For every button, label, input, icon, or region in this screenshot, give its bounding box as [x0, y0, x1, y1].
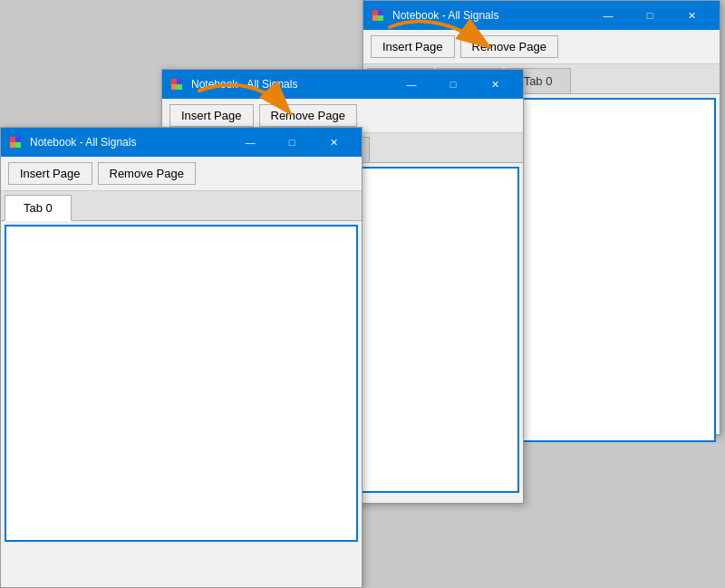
- title-bar-controls-middle: — □ ✕: [391, 70, 516, 99]
- svg-rect-11: [15, 142, 21, 148]
- title-bar-controls-front: — □ ✕: [229, 128, 354, 157]
- svg-rect-8: [10, 137, 15, 142]
- title-bar-front: Notebook - All Signals — □ ✕: [1, 128, 362, 157]
- insert-page-btn-front[interactable]: Insert Page: [8, 162, 92, 185]
- svg-rect-4: [171, 79, 177, 84]
- minimize-btn-back[interactable]: —: [587, 1, 629, 30]
- svg-rect-0: [372, 10, 378, 15]
- maximize-btn-front[interactable]: □: [271, 128, 313, 157]
- toolbar-back: Insert Page Remove Page: [363, 30, 720, 64]
- title-bar-back: Notebook - All Signals — □ ✕: [363, 1, 720, 30]
- close-btn-front[interactable]: ✕: [313, 128, 354, 157]
- toolbar-front: Insert Page Remove Page: [1, 157, 362, 191]
- window-title-back: Notebook - All Signals: [392, 9, 587, 22]
- window-title-middle: Notebook - All Signals: [191, 78, 391, 91]
- title-bar-controls-back: — □ ✕: [587, 1, 712, 30]
- close-btn-middle[interactable]: ✕: [474, 70, 516, 99]
- tab-0-front[interactable]: Tab 0: [5, 195, 72, 221]
- minimize-btn-middle[interactable]: —: [391, 70, 432, 99]
- svg-rect-2: [372, 15, 378, 21]
- remove-page-btn-middle[interactable]: Remove Page: [259, 104, 357, 127]
- close-btn-back[interactable]: ✕: [671, 1, 712, 30]
- app-icon-front: [8, 135, 23, 149]
- title-bar-middle: Notebook - All Signals — □ ✕: [162, 70, 523, 99]
- svg-rect-1: [378, 10, 383, 15]
- remove-page-btn-back[interactable]: Remove Page: [460, 35, 558, 58]
- svg-rect-6: [171, 84, 177, 90]
- minimize-btn-front[interactable]: —: [229, 128, 271, 157]
- tabs-bar-front: Tab 0: [1, 191, 362, 221]
- window-title-front: Notebook - All Signals: [30, 136, 229, 149]
- app-icon-back: [371, 8, 385, 23]
- window-front[interactable]: Notebook - All Signals — □ ✕ Insert Page…: [0, 127, 362, 588]
- maximize-btn-middle[interactable]: □: [432, 70, 474, 99]
- svg-rect-9: [15, 137, 21, 142]
- maximize-btn-back[interactable]: □: [629, 1, 671, 30]
- remove-page-btn-front[interactable]: Remove Page: [98, 162, 196, 185]
- insert-page-btn-middle[interactable]: Insert Page: [169, 104, 254, 127]
- svg-rect-3: [378, 15, 383, 21]
- svg-rect-7: [177, 84, 182, 90]
- app-icon-middle: [169, 77, 184, 92]
- svg-rect-5: [177, 79, 182, 84]
- content-area-front: [5, 225, 358, 542]
- svg-rect-10: [10, 142, 15, 148]
- insert-page-btn-back[interactable]: Insert Page: [371, 35, 455, 58]
